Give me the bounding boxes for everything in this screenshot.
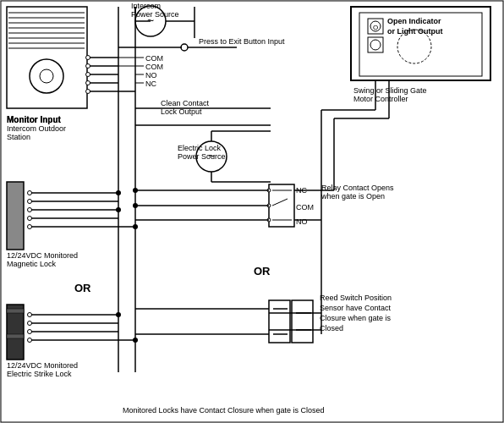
svg-text:Lock Output: Lock Output: [161, 107, 202, 116]
svg-point-91: [133, 203, 138, 208]
svg-point-13: [86, 64, 90, 69]
svg-text:Intercom Outdoor: Intercom Outdoor: [7, 124, 66, 133]
svg-point-16: [86, 90, 90, 94]
svg-point-70: [28, 338, 32, 343]
svg-text:12/24VDC Monitored: 12/24VDC Monitored: [7, 361, 78, 370]
svg-text:Press to Exit Button Input: Press to Exit Button Input: [199, 37, 285, 46]
svg-point-76: [133, 338, 138, 343]
svg-text:COM: COM: [145, 63, 163, 71]
svg-text:Electric Lock: Electric Lock: [178, 144, 222, 152]
svg-point-67: [28, 313, 32, 317]
svg-point-53: [28, 208, 32, 212]
svg-point-19: [181, 44, 188, 51]
svg-point-90: [133, 188, 138, 193]
svg-text:Monitored Locks have Contact C: Monitored Locks have Contact Closure whe…: [123, 406, 325, 415]
svg-text:Sensor have Contact: Sensor have Contact: [320, 304, 392, 312]
svg-point-63: [133, 224, 138, 229]
svg-text:12/24VDC Monitored: 12/24VDC Monitored: [7, 251, 78, 260]
svg-text:Closed: Closed: [320, 324, 343, 332]
svg-text:Reed Switch Position: Reed Switch Position: [320, 294, 392, 302]
svg-rect-93: [292, 300, 313, 343]
svg-rect-50: [7, 182, 24, 250]
svg-rect-66: [7, 334, 24, 338]
svg-text:Monitor Input: Monitor Input: [7, 115, 62, 124]
svg-text:Clean Contact: Clean Contact: [161, 99, 210, 107]
wiring-diagram: ~ COM NO COM NC: [0, 0, 504, 423]
svg-rect-65: [7, 309, 24, 313]
svg-text:Station: Station: [7, 133, 30, 141]
svg-point-61: [116, 190, 121, 195]
svg-text:OR: OR: [254, 265, 271, 277]
svg-point-14: [86, 73, 90, 77]
svg-point-68: [28, 321, 32, 326]
svg-point-55: [28, 225, 32, 229]
svg-text:Magnetic Lock: Magnetic Lock: [7, 260, 57, 268]
svg-text:Power Source: Power Source: [131, 10, 179, 19]
svg-text:when gate is Open: when gate is Open: [320, 192, 385, 201]
svg-text:O: O: [373, 24, 378, 31]
svg-text:Power Source: Power Source: [178, 152, 226, 161]
svg-text:NO: NO: [145, 71, 157, 80]
svg-point-51: [28, 191, 32, 195]
svg-text:Closure when gate is: Closure when gate is: [320, 314, 392, 322]
svg-text:or Light Output: or Light Output: [387, 27, 442, 36]
svg-text:Intercom: Intercom: [131, 2, 161, 10]
svg-point-15: [86, 81, 90, 85]
svg-text:OR: OR: [74, 282, 91, 294]
svg-text:NC: NC: [145, 80, 156, 88]
svg-text:Electric Strike Lock: Electric Strike Lock: [7, 370, 72, 378]
svg-point-62: [116, 207, 121, 212]
svg-text:Open Indicator: Open Indicator: [387, 17, 441, 25]
svg-text:Motor Controller: Motor Controller: [353, 95, 408, 103]
svg-text:NO: NO: [296, 217, 308, 226]
svg-rect-92: [269, 300, 290, 343]
svg-point-69: [28, 330, 32, 334]
svg-text:COM: COM: [145, 54, 163, 63]
svg-point-105: [370, 40, 381, 50]
svg-text:Swing or Sliding Gate: Swing or Sliding Gate: [353, 86, 427, 95]
svg-point-12: [86, 56, 90, 60]
svg-point-75: [116, 312, 121, 317]
svg-point-10: [30, 59, 63, 93]
svg-point-52: [28, 200, 32, 204]
svg-point-54: [28, 217, 32, 221]
svg-text:COM: COM: [296, 203, 314, 212]
svg-text:Relay Contact Opens: Relay Contact Opens: [321, 184, 394, 192]
